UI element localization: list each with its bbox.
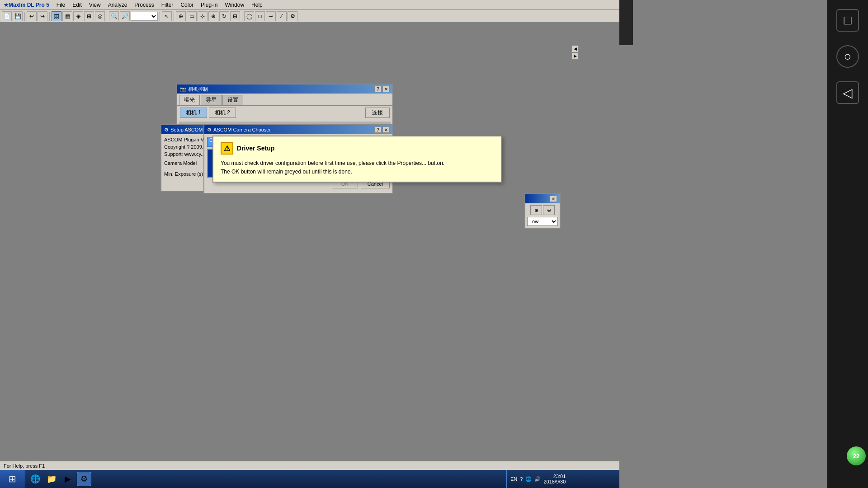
tb-measure[interactable]: ⊸: [266, 11, 276, 21]
tab-settings[interactable]: 设置: [222, 95, 243, 105]
tray-sound: 🔊: [534, 476, 541, 482]
cam1-btn[interactable]: 相机 1: [180, 108, 207, 118]
menu-filter[interactable]: Filter: [158, 1, 177, 9]
taskbar-folder[interactable]: 📁: [44, 472, 59, 486]
statusbar: For Help, press F1: [0, 461, 619, 470]
menu-process[interactable]: Process: [131, 1, 157, 9]
taskbar-media[interactable]: ▶: [61, 472, 75, 486]
workspace: 📷 相机控制 ? ✕ 曝光 导星 设置 相机 1 相机 2 连接: [0, 23, 619, 348]
ascom-chooser-title: ASCOM Camera Chooser: [213, 127, 271, 132]
small-control-panel: ✕ ⊕ ⊖ Low: [524, 193, 561, 229]
tray-lang: EN: [510, 476, 517, 482]
tb-focus[interactable]: ◎: [95, 11, 105, 21]
tb-rotate[interactable]: ↻: [219, 11, 229, 21]
menu-color[interactable]: Color: [177, 1, 197, 9]
tb-zoom-out[interactable]: 🔎: [120, 11, 130, 21]
scroll-arrows: ◀ ▶: [571, 45, 579, 60]
driver-setup-title: ⚠ Driver Setup: [221, 142, 494, 155]
quality-dropdown[interactable]: Low: [527, 217, 558, 226]
tray-time: 23:01: [553, 474, 566, 479]
camera-tab-bar: 曝光 导星 设置: [177, 94, 392, 106]
menu-edit[interactable]: Edit: [69, 1, 85, 9]
mobile-nav-prev[interactable]: ◁: [836, 81, 859, 104]
zoom-out-btn[interactable]: ⊖: [543, 205, 555, 215]
tb-extra[interactable]: ⚙: [288, 11, 297, 21]
tb-stack[interactable]: ⊞: [84, 11, 94, 21]
menu-help[interactable]: Help: [248, 1, 266, 9]
ascom-chooser-icon: ⚙: [207, 127, 212, 133]
tb-new[interactable]: 📄: [2, 11, 12, 21]
tb-select1[interactable]: ▭: [187, 11, 197, 21]
tab-exposure[interactable]: 曝光: [179, 95, 200, 105]
tb-move[interactable]: ⊕: [176, 11, 186, 21]
cam2-btn[interactable]: 相机 2: [209, 108, 236, 118]
menubar: ★ MaxIm DL Pro 5 File Edit View Analyze …: [0, 0, 619, 10]
tb-zoom-in[interactable]: 🔍: [109, 11, 119, 21]
taskbar: ⊞ 🌐 📁 ▶ ⚙ EN ? 🌐 🔊 23:01 2018/9/30: [0, 470, 619, 488]
menu-analyze[interactable]: Analyze: [104, 1, 131, 9]
connect-btn[interactable]: 连接: [365, 108, 390, 118]
tb-save[interactable]: 💾: [13, 11, 23, 21]
small-control-close[interactable]: ✕: [550, 196, 557, 202]
tb-select2[interactable]: ⊹: [198, 11, 208, 21]
tb-flip[interactable]: ⊟: [230, 11, 240, 21]
small-control-titlebar: ✕: [525, 194, 560, 203]
tb-3d[interactable]: ◈: [73, 11, 83, 21]
scroll-up[interactable]: ◀: [571, 45, 579, 52]
menu-view[interactable]: View: [85, 1, 104, 9]
taskbar-icons: 🌐 📁 ▶ ⚙: [25, 472, 94, 486]
tray-help: ?: [520, 476, 523, 482]
warning-icon: ⚠: [221, 142, 233, 155]
app-title: ★ MaxIm DL Pro 5: [0, 2, 53, 8]
driver-setup-title-text: Driver Setup: [237, 145, 274, 152]
tb-square[interactable]: □: [255, 11, 265, 21]
tb-zoom-select[interactable]: [131, 12, 158, 21]
camera-icon: 📷: [180, 86, 186, 92]
min-exp-label: Min. Exposure (s): [164, 171, 205, 177]
toolbar: 📄 💾 ↩ ↪ 🖼 ▦ ◈ ⊞ ◎ 🔍 🔎 ↖ ⊕ ▭ ⊹ ⊕ ↻ ⊟ ◯ □ …: [0, 10, 619, 23]
tb-cursor[interactable]: ↖: [162, 11, 172, 21]
tb-sequence[interactable]: ▦: [62, 11, 72, 21]
tb-select3[interactable]: ⊕: [208, 11, 218, 21]
tb-circle[interactable]: ◯: [244, 11, 254, 21]
mobile-nav-back[interactable]: □: [836, 9, 859, 32]
driver-setup-dialog: ⚠ Driver Setup You must check driver con…: [212, 136, 502, 183]
taskbar-app[interactable]: ⚙: [77, 472, 91, 486]
camera-help-btn[interactable]: ?: [374, 86, 382, 92]
driver-setup-content: ⚠ Driver Setup You must check driver con…: [213, 136, 501, 182]
tb-image[interactable]: 🖼: [52, 11, 61, 21]
start-button[interactable]: ⊞: [0, 470, 25, 488]
camera-row: 相机 1 相机 2 连接: [177, 106, 392, 120]
setup-title: Setup ASCOM: [170, 127, 203, 132]
menu-plugin[interactable]: Plug-in: [197, 1, 221, 9]
taskbar-ie[interactable]: 🌐: [28, 472, 42, 486]
menu-file[interactable]: File: [53, 1, 69, 9]
green-indicator: 22: [847, 446, 866, 465]
driver-setup-body: You must check driver configuration befo…: [221, 159, 494, 176]
tb-redo[interactable]: ↪: [38, 11, 47, 21]
tb-annotate[interactable]: ∕: [277, 11, 287, 21]
zoom-in-btn[interactable]: ⊕: [530, 205, 542, 215]
chooser-help-btn[interactable]: ?: [374, 127, 382, 133]
scroll-down[interactable]: ▶: [571, 52, 579, 60]
tb-undo[interactable]: ↩: [27, 11, 37, 21]
camera-close-btn[interactable]: ✕: [382, 86, 390, 92]
ctrl-content: ⊕ ⊖ Low: [525, 203, 560, 228]
menu-window[interactable]: Window: [221, 1, 248, 9]
camera-control-title: 相机控制: [188, 86, 208, 93]
camera-model-label: Camera Model: [164, 160, 205, 166]
tray-date: 2018/9/30: [543, 479, 566, 484]
tray-net: 🌐: [525, 476, 532, 482]
taskbar-tray: EN ? 🌐 🔊 23:01 2018/9/30: [506, 470, 619, 488]
mobile-panel: □ ○ ◁ 22: [827, 0, 868, 488]
chooser-close-btn[interactable]: ✕: [382, 127, 390, 133]
mobile-nav-home[interactable]: ○: [836, 45, 859, 68]
setup-icon: ⚙: [164, 127, 169, 133]
status-text: For Help, press F1: [4, 463, 45, 469]
camera-control-titlebar: 📷 相机控制 ? ✕: [177, 84, 392, 94]
tab-guide[interactable]: 导星: [201, 95, 222, 105]
app-icon: ★: [4, 2, 9, 8]
ascom-chooser-titlebar: ⚙ ASCOM Camera Chooser ? ✕: [204, 125, 392, 134]
